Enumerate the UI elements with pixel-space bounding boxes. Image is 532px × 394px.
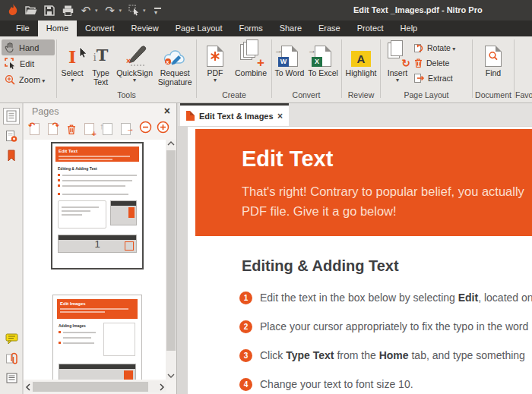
scroll-down-arrow[interactable] <box>167 374 175 378</box>
insert-after-button[interactable]: → <box>119 123 132 136</box>
tab-protect[interactable]: Protect <box>349 20 392 36</box>
combine-button[interactable]: + Combine <box>232 38 270 79</box>
insert-button[interactable]: ↻ Insert <box>382 38 413 85</box>
highlight-button[interactable]: A Highlight <box>343 38 379 79</box>
scroll-up-arrow[interactable] <box>167 141 175 146</box>
request-signature-button[interactable]: x Request Signature <box>154 38 195 88</box>
thumbnail-zoom-in-button[interactable] <box>157 121 169 134</box>
rotate-page-left-button[interactable]: ↶ <box>28 123 41 136</box>
thumbnail-zoom-out-button[interactable] <box>139 121 152 134</box>
document-tab-label: Edit Text & Images <box>195 112 274 121</box>
thumbnail-horizontal-scrollbar[interactable] <box>24 381 166 392</box>
highlight-label: Highlight <box>346 68 377 77</box>
delete-button[interactable]: Delete <box>413 55 455 71</box>
scroll-right-arrow[interactable] <box>157 381 166 392</box>
window-title: Edit Text _Images.pdf - Nitro Pro <box>353 0 483 20</box>
attachments-panel-button[interactable] <box>3 350 20 367</box>
combine-icon: + <box>239 39 263 68</box>
ribbon-group-favorites: Favorites <box>515 38 532 102</box>
signatures-panel-button[interactable] <box>3 128 20 144</box>
find-button[interactable]: Find <box>476 38 511 79</box>
list-icon <box>6 373 17 383</box>
rotate-label: Rotate <box>427 43 455 52</box>
thumb1-heading: Editing & Adding Text <box>58 166 142 171</box>
redo-button[interactable]: ↷ <box>104 4 116 17</box>
step-number-badge: 1 <box>239 292 252 304</box>
horizontal-scroll-thumb[interactable] <box>33 382 148 392</box>
group-label-page-layout: Page Layout <box>382 90 471 102</box>
delete-label: Delete <box>426 58 449 68</box>
tab-home[interactable]: Home <box>38 20 77 36</box>
to-word-icon: → W <box>281 39 298 68</box>
rotate-button[interactable]: Rotate <box>413 40 455 55</box>
rotate-page-right-button[interactable]: ↷ <box>46 123 59 136</box>
pdf-button[interactable]: PDF <box>198 38 232 85</box>
output-panel-button[interactable] <box>3 370 20 386</box>
hand-icon <box>5 42 15 53</box>
select-icon: I <box>68 39 76 68</box>
step-text: Change your text to font size 10. <box>252 377 413 392</box>
undo-dropdown[interactable]: ▾ <box>95 8 98 14</box>
insert-before-button[interactable]: ↑ <box>101 123 114 136</box>
tab-file[interactable]: File <box>8 20 38 36</box>
pages-panel-close-button[interactable]: × <box>164 106 170 116</box>
document-tab[interactable]: Edit Text & Images × <box>180 103 289 126</box>
extract-button[interactable]: Extract <box>413 71 455 86</box>
undo-button[interactable]: ↶ <box>80 4 92 17</box>
select-button[interactable]: I Select <box>58 38 87 85</box>
tab-convert[interactable]: Convert <box>77 20 123 36</box>
ribbon-group-review: A Highlight Review <box>343 38 379 102</box>
redo-dropdown[interactable]: ▾ <box>119 8 122 14</box>
zoom-button[interactable]: Zoom <box>2 71 55 87</box>
vertical-scroll-thumb[interactable] <box>166 150 176 351</box>
ribbon-tab-bar: File Home Convert Review Page Layout For… <box>0 20 532 36</box>
pages-panel: Pages × ↶ ↷ + ↑ → Edit Text Editing & Ad… <box>24 103 177 394</box>
ribbon-group-tools: I Select iT Type Text × QuickSign x Requ… <box>58 38 195 102</box>
edit-button[interactable]: Edit <box>2 55 55 71</box>
thumb1-banner-title: Edit Text <box>59 149 136 154</box>
page-thumbnail-1[interactable]: Edit Text Editing & Adding Text <box>51 142 144 269</box>
select-tool-button[interactable] <box>128 4 140 17</box>
group-label-favorites: Favorites <box>515 90 532 102</box>
hand-button[interactable]: Hand <box>2 39 55 55</box>
quicksign-button[interactable]: × QuickSign <box>115 38 155 85</box>
tab-page-layout[interactable]: Page Layout <box>167 20 231 36</box>
insert-page-button[interactable]: + <box>83 123 96 136</box>
step-text: Click Type Text from the Home tab, and t… <box>252 348 525 363</box>
page-thumbnail-2[interactable]: Edit Images Adding Images <box>52 295 142 380</box>
tab-forms[interactable]: Forms <box>230 20 271 36</box>
tab-share[interactable]: Share <box>271 20 310 36</box>
document-tab-close-button[interactable]: × <box>274 111 283 121</box>
document-canvas[interactable]: Edit Text That's right! Contrary to popu… <box>178 126 532 394</box>
tab-erase[interactable]: Erase <box>310 20 349 36</box>
comments-panel-button[interactable] <box>3 330 20 347</box>
edit-icon <box>5 58 16 69</box>
select-tool-dropdown[interactable]: ▾ <box>143 8 146 14</box>
page-number-label: 1 <box>51 238 144 250</box>
tab-help[interactable]: Help <box>392 20 426 36</box>
type-text-label: Type Text <box>87 68 113 87</box>
signature-page-icon <box>5 130 17 143</box>
customize-toolbar-button[interactable] <box>152 4 164 17</box>
thumbnail-vertical-scrollbar[interactable] <box>166 140 176 380</box>
print-button[interactable] <box>62 4 74 17</box>
extract-label: Extract <box>428 74 453 83</box>
save-button[interactable] <box>43 4 55 17</box>
open-file-button[interactable] <box>25 4 37 17</box>
to-excel-button[interactable]: → X To Excel <box>306 38 340 79</box>
type-text-button[interactable]: iT Type Text <box>87 38 114 88</box>
to-word-button[interactable]: → W To Word <box>273 38 306 79</box>
group-label-review: Review <box>343 90 379 102</box>
bookmarks-panel-button[interactable] <box>3 147 20 164</box>
scroll-left-arrow[interactable] <box>24 381 33 392</box>
step-text: Edit the text in the box below by select… <box>252 291 532 305</box>
pages-panel-button[interactable] <box>3 108 20 125</box>
tab-review[interactable]: Review <box>123 20 167 36</box>
instruction-steps: 1 Edit the text in the box below by sele… <box>188 291 532 394</box>
pdf-icon <box>207 39 223 68</box>
delete-icon <box>413 58 423 68</box>
to-word-label: To Word <box>275 68 305 77</box>
quicksign-icon: × <box>122 39 147 68</box>
delete-page-button[interactable] <box>65 123 78 136</box>
highlight-icon: A <box>351 39 371 68</box>
